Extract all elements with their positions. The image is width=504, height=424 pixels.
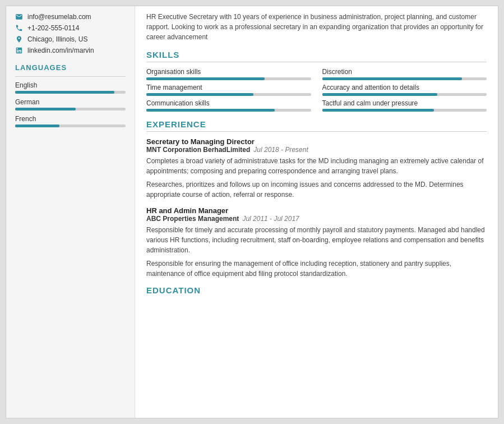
skill-bar-bg <box>322 109 487 112</box>
skills-grid: Organisation skills Discretion Time mana… <box>146 68 487 112</box>
lang-bar-fill <box>15 108 76 110</box>
exp-company-row: MNT Corporation BerhadLimited Jul 2018 -… <box>146 146 487 154</box>
education-section-title: EDUCATION <box>146 285 487 295</box>
main-content: HR Executive Secretary with 10 years of … <box>135 6 498 418</box>
language-item: French <box>15 115 126 127</box>
lang-label: French <box>15 115 126 123</box>
skill-item: Accuracy and attention to details <box>322 84 487 96</box>
contact-email: info@resumelab.com <box>15 13 126 21</box>
skill-item: Tactful and calm under pressure <box>322 99 487 112</box>
lang-bar-fill <box>15 91 114 94</box>
skill-bar-bg <box>146 109 311 112</box>
lang-label: German <box>15 98 126 106</box>
intro-text: HR Executive Secretary with 10 years of … <box>146 12 487 42</box>
experience-list: Secretary to Managing Director MNT Corpo… <box>146 137 487 279</box>
lang-bar-bg <box>15 91 126 94</box>
exp-company-row: ABC Properties Management Jul 2011 - Jul… <box>146 215 487 223</box>
skill-label: Organisation skills <box>146 68 311 76</box>
exp-date: Jul 2011 - Jul 2017 <box>242 215 299 223</box>
contact-location: Chicago, Illinois, US <box>15 35 126 43</box>
skill-label: Accuracy and attention to details <box>322 84 487 91</box>
exp-date: Jul 2018 - Present <box>253 146 308 154</box>
language-item: English <box>15 81 126 94</box>
email-icon <box>15 13 23 21</box>
contact-phone: +1-202-555-0114 <box>15 24 126 32</box>
exp-company: MNT Corporation BerhadLimited <box>146 146 250 154</box>
skill-label: Tactful and calm under pressure <box>322 99 487 107</box>
exp-title: Secretary to Managing Director <box>146 137 487 146</box>
skill-item: Time management <box>146 84 311 96</box>
lang-label: English <box>15 81 126 89</box>
skill-item: Discretion <box>322 68 487 80</box>
exp-title: HR and Admin Manager <box>146 206 487 215</box>
exp-desc: Responsible for ensuring the management … <box>146 259 487 279</box>
skill-item: Communication skills <box>146 99 311 112</box>
lang-bar-fill <box>15 125 59 127</box>
languages-section-title: LANGUAGES <box>15 63 126 72</box>
skill-label: Discretion <box>322 68 487 76</box>
exp-desc: Completes a broad variety of administrat… <box>146 156 487 176</box>
skill-bar-bg <box>322 77 487 80</box>
exp-desc: Responsible for timely and accurate proc… <box>146 225 487 255</box>
sidebar: info@resumelab.com +1-202-555-0114 Chica… <box>6 6 135 418</box>
skill-bar-fill <box>322 109 434 112</box>
lang-bar-bg <box>15 125 126 127</box>
skills-section-title: SKILLS <box>146 50 487 59</box>
skill-label: Time management <box>146 84 311 91</box>
resume-wrapper: info@resumelab.com +1-202-555-0114 Chica… <box>6 6 498 418</box>
lang-bar-bg <box>15 108 126 110</box>
skills-divider <box>146 62 487 62</box>
languages-divider <box>15 76 126 77</box>
experience-section-title: EXPERIENCE <box>146 119 487 129</box>
skill-bar-bg <box>322 93 487 96</box>
skill-bar-fill <box>146 77 265 80</box>
skill-bar-fill <box>146 93 253 96</box>
skill-item: Organisation skills <box>146 68 311 80</box>
skill-bar-bg <box>146 77 311 80</box>
skill-label: Communication skills <box>146 99 311 107</box>
skill-bar-fill <box>146 109 275 112</box>
language-item: German <box>15 98 126 110</box>
experience-entry: Secretary to Managing Director MNT Corpo… <box>146 137 487 200</box>
exp-desc: Researches, prioritizes and follows up o… <box>146 179 487 200</box>
experience-divider <box>146 131 487 132</box>
contact-linkedin: linkedin.com/in/marvin <box>15 47 126 54</box>
languages-list: English German French <box>15 81 126 127</box>
skill-bar-fill <box>322 77 462 80</box>
skill-bar-bg <box>146 93 311 96</box>
location-icon <box>15 35 23 43</box>
exp-company: ABC Properties Management <box>146 215 239 223</box>
experience-entry: HR and Admin Manager ABC Properties Mana… <box>146 206 487 279</box>
phone-icon <box>15 24 23 32</box>
skill-bar-fill <box>322 93 437 96</box>
linkedin-icon <box>15 47 23 54</box>
